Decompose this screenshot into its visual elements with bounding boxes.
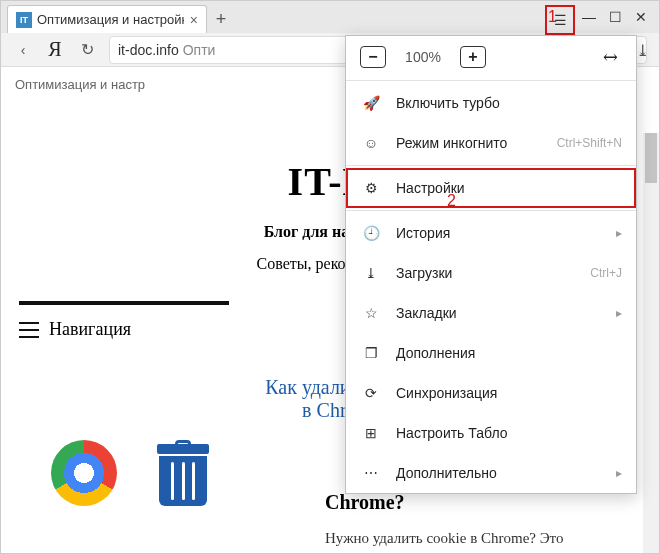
menu-downloads-shortcut: Ctrl+J [590,266,622,280]
menu-history-label: История [396,225,602,241]
yandex-home-button[interactable]: Я [41,36,69,64]
zoom-value: 100% [400,49,446,65]
menu-bookmarks-label: Закладки [396,305,602,321]
tab-title: Оптимизация и настройк [37,12,184,27]
annotation-1: 1 [548,8,557,26]
tab-favicon: IT [16,12,32,28]
menu-separator [346,80,636,81]
menu-more-icon: ⋯ [360,462,382,484]
menu-downloads-label: Загрузки [396,265,576,281]
menu-more[interactable]: ⋯Дополнительно▸ [346,453,636,493]
menu-addons[interactable]: ❐Дополнения [346,333,636,373]
menu-turbo-label: Включить турбо [396,95,622,111]
back-button[interactable]: ‹ [9,36,37,64]
maximize-button[interactable]: ☐ [603,5,627,29]
fullscreen-icon[interactable]: ⤢ [600,44,625,69]
scrollbar-thumb[interactable] [645,133,657,183]
menu-separator [346,165,636,166]
menu-history[interactable]: 🕘История▸ [346,213,636,253]
active-tab[interactable]: IT Оптимизация и настройк × [7,5,207,33]
menu-separator [346,210,636,211]
menu-bookmarks[interactable]: ☆Закладки▸ [346,293,636,333]
url-rest: Опти [183,42,216,58]
menu-tableau[interactable]: ⊞Настроить Табло [346,413,636,453]
menu-downloads-icon: ⤓ [360,262,382,284]
window-controls: ☰ — ☐ ✕ [545,5,653,35]
chevron-right-icon: ▸ [616,226,622,240]
close-tab-icon[interactable]: × [190,12,198,28]
menu-settings-label: Настройки [396,180,622,196]
menu-settings[interactable]: ⚙Настройки [346,168,636,208]
menu-sync-icon: ⟳ [360,382,382,404]
vertical-scrollbar[interactable] [643,133,659,553]
menu-turbo[interactable]: 🚀Включить турбо [346,83,636,123]
menu-addons-label: Дополнения [396,345,622,361]
zoom-row: − 100% + ⤢ [346,36,636,78]
menu-bookmarks-icon: ☆ [360,302,382,324]
menu-tableau-label: Настроить Табло [396,425,622,441]
menu-incognito-icon: ☺ [360,132,382,154]
zoom-out-button[interactable]: − [360,46,386,68]
menu-settings-icon: ⚙ [360,177,382,199]
reload-button[interactable]: ↻ [73,36,101,64]
menu-incognito-label: Режим инкогнито [396,135,543,151]
menu-turbo-icon: 🚀 [360,92,382,114]
menu-tableau-icon: ⊞ [360,422,382,444]
bg-heading: Chrome? [325,491,659,514]
menu-history-icon: 🕘 [360,222,382,244]
menu-more-label: Дополнительно [396,465,602,481]
bg-paragraph: Нужно удалить cookie в Chrome? Это [325,528,615,550]
new-tab-button[interactable]: + [207,5,235,33]
menu-addons-icon: ❐ [360,342,382,364]
chevron-right-icon: ▸ [616,466,622,480]
menu-incognito[interactable]: ☺Режим инкогнитоCtrl+Shift+N [346,123,636,163]
minimize-button[interactable]: — [577,5,601,29]
downloads-button[interactable]: ⤓ [636,41,649,60]
close-window-button[interactable]: ✕ [629,5,653,29]
menu-incognito-shortcut: Ctrl+Shift+N [557,136,622,150]
menu-downloads[interactable]: ⤓ЗагрузкиCtrl+J [346,253,636,293]
menu-sync[interactable]: ⟳Синхронизация [346,373,636,413]
menu-sync-label: Синхронизация [396,385,622,401]
url-host: it-doc.info [118,42,179,58]
chevron-right-icon: ▸ [616,306,622,320]
zoom-in-button[interactable]: + [460,46,486,68]
main-menu: − 100% + ⤢ 🚀Включить турбо☺Режим инкогни… [345,35,637,494]
annotation-2: 2 [447,192,456,210]
